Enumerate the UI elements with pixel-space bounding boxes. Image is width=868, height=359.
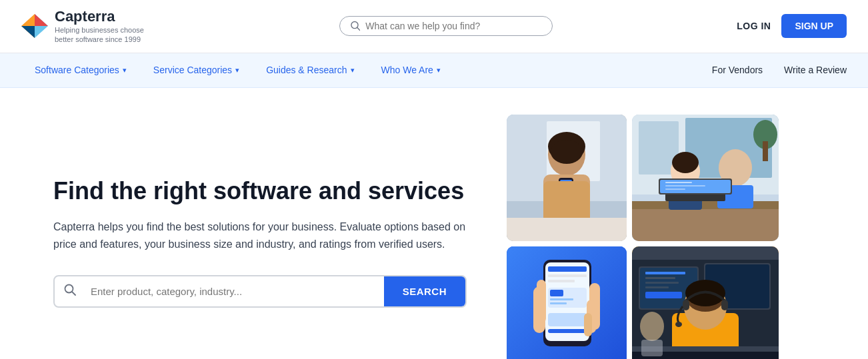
- svg-rect-36: [665, 185, 705, 186]
- chevron-down-icon: ▾: [351, 66, 355, 75]
- nav-item-software-categories[interactable]: Software Categories ▾: [21, 53, 140, 87]
- hero-search-input[interactable]: [85, 276, 384, 306]
- svg-rect-71: [683, 300, 689, 310]
- svg-rect-63: [645, 277, 675, 279]
- hero-content: Find the right software and services Cap…: [53, 177, 467, 308]
- svg-rect-64: [645, 282, 679, 284]
- hero-image-woman-phone: [507, 115, 627, 241]
- svg-rect-65: [645, 286, 669, 288]
- svg-rect-55: [584, 313, 592, 336]
- svg-marker-2: [21, 26, 35, 38]
- hero-search-button[interactable]: SEARCH: [384, 276, 465, 306]
- svg-line-7: [72, 292, 75, 295]
- chevron-down-icon: ▾: [235, 66, 239, 75]
- nav-right-links: For Vendors Write a Review: [712, 65, 847, 75]
- svg-rect-48: [550, 302, 567, 304]
- svg-rect-49: [548, 313, 587, 326]
- svg-point-73: [675, 322, 682, 327]
- svg-rect-72: [721, 300, 728, 310]
- svg-rect-77: [641, 340, 663, 356]
- svg-rect-50: [548, 329, 587, 333]
- svg-marker-3: [35, 14, 48, 26]
- search-icon: [55, 284, 85, 299]
- svg-rect-26: [632, 209, 779, 241]
- svg-rect-24: [763, 141, 768, 161]
- header-search-bar[interactable]: [339, 16, 553, 36]
- nav-item-guides-research[interactable]: Guides & Research ▾: [253, 53, 367, 87]
- logo-area[interactable]: Capterra Helping businesses choose bette…: [21, 8, 155, 45]
- svg-line-5: [357, 28, 359, 31]
- svg-rect-46: [550, 290, 563, 296]
- logo-tagline: Helping businesses choose better softwar…: [55, 25, 144, 45]
- svg-rect-42: [548, 266, 587, 272]
- login-button[interactable]: LOG IN: [737, 21, 771, 31]
- chevron-down-icon: ▾: [437, 66, 441, 75]
- site-header: Capterra Helping businesses choose bette…: [0, 0, 868, 53]
- header-search-input[interactable]: [365, 21, 541, 31]
- svg-rect-25: [632, 201, 779, 209]
- hero-images-grid: [507, 115, 779, 359]
- svg-rect-35: [665, 182, 692, 183]
- hero-description: Capterra helps you find the best solutio…: [53, 218, 467, 254]
- svg-rect-66: [645, 292, 682, 298]
- svg-point-76: [640, 312, 664, 341]
- hero-image-laptop-meeting: [632, 115, 779, 241]
- logo-text: Capterra Helping businesses choose bette…: [55, 8, 144, 45]
- nav-left-items: Software Categories ▾ Service Categories…: [21, 53, 712, 87]
- svg-point-14: [551, 140, 583, 164]
- chevron-down-icon: ▾: [123, 66, 127, 75]
- svg-point-28: [672, 152, 699, 173]
- header-search-area: [168, 16, 723, 36]
- logo-brand-name: Capterra: [55, 8, 144, 25]
- nav-item-who-we-are[interactable]: Who We Are ▾: [368, 53, 454, 87]
- signup-button[interactable]: SIGN UP: [781, 14, 847, 38]
- svg-rect-47: [550, 298, 573, 300]
- for-vendors-link[interactable]: For Vendors: [712, 65, 763, 75]
- svg-rect-18: [507, 218, 627, 241]
- write-review-link[interactable]: Write a Review: [784, 65, 847, 75]
- capterra-logo-icon: [21, 14, 48, 38]
- svg-rect-44: [548, 280, 575, 282]
- hero-section: Find the right software and services Cap…: [0, 88, 868, 359]
- hero-image-phone-hand: [507, 246, 627, 359]
- svg-rect-52: [537, 280, 546, 323]
- svg-rect-37: [665, 188, 685, 190]
- hero-title: Find the right software and services: [53, 177, 467, 205]
- hero-search-bar[interactable]: SEARCH: [53, 275, 467, 308]
- search-icon: [351, 21, 361, 31]
- header-auth: LOG IN SIGN UP: [737, 14, 847, 38]
- primary-nav: Software Categories ▾ Service Categories…: [0, 53, 868, 88]
- hero-image-man-headset: [632, 246, 779, 359]
- svg-rect-43: [548, 274, 587, 277]
- nav-item-service-categories[interactable]: Service Categories ▾: [140, 53, 253, 87]
- svg-rect-62: [645, 272, 685, 274]
